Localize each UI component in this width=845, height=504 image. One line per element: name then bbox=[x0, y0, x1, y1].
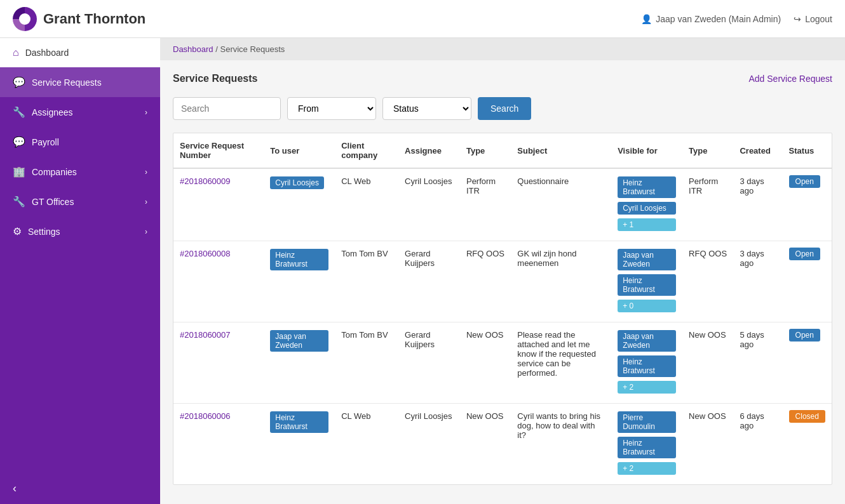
cell-visible-for: Jaap van ZwedenHeinz Bratwurst + 0 bbox=[611, 241, 682, 322]
sidebar-item-companies[interactable]: 🏢 Companies › bbox=[0, 157, 160, 187]
visible-for-tags: Jaap van ZwedenHeinz Bratwurst + 0 bbox=[618, 249, 676, 314]
cell-visible-for: Heinz BratwurstCyril Loosjes + 1 bbox=[611, 168, 682, 241]
status-select[interactable]: Status bbox=[382, 97, 471, 120]
cell-to-user: Heinz Bratwurst bbox=[264, 241, 335, 322]
cell-to-user: Heinz Bratwurst bbox=[264, 404, 335, 485]
sidebar-item-label: Service Requests bbox=[32, 77, 102, 88]
cell-number: #2018060006 bbox=[173, 404, 264, 485]
cell-visible-for: Jaap van ZwedenHeinz Bratwurst + 2 bbox=[611, 322, 682, 404]
table-row: #2018060006 Heinz Bratwurst CL Web Cyril… bbox=[173, 404, 832, 485]
cell-status: Open bbox=[783, 322, 832, 404]
sidebar-item-service-requests[interactable]: 💬 Service Requests bbox=[0, 67, 160, 97]
breadcrumb-separator: / bbox=[215, 44, 218, 54]
visible-for-tag: Jaap van Zweden bbox=[618, 249, 676, 270]
col-to-user: To user bbox=[264, 133, 335, 168]
cell-type: New OOS bbox=[460, 322, 511, 404]
cell-subject: Cyril wants to bring his dog, how to dea… bbox=[511, 404, 611, 485]
cell-number: #2018060009 bbox=[173, 168, 264, 241]
breadcrumb-home[interactable]: Dashboard bbox=[173, 44, 213, 54]
gt-offices-icon: 🔧 bbox=[13, 196, 25, 208]
sidebar-item-assignees[interactable]: 🔧 Assignees › bbox=[0, 97, 160, 127]
settings-icon: ⚙ bbox=[13, 225, 22, 237]
search-button[interactable]: Search bbox=[478, 97, 531, 120]
visible-for-tags: Heinz BratwurstCyril Loosjes + 1 bbox=[618, 176, 676, 233]
cell-created: 6 days ago bbox=[733, 404, 782, 485]
visible-for-tag: Jaap van Zweden bbox=[618, 330, 676, 352]
sidebar-item-label: Settings bbox=[28, 227, 60, 237]
visible-for-tag: Cyril Loosjes bbox=[618, 202, 676, 215]
status-badge: Open bbox=[789, 248, 820, 260]
cell-subject: Please read the attached and let me know… bbox=[511, 322, 611, 404]
cell-subject: GK wil zijn hond meenemen bbox=[511, 241, 611, 322]
cell-assignee: Gerard Kuijpers bbox=[398, 241, 460, 322]
cell-assignee: Cyril Loosjes bbox=[398, 404, 460, 485]
status-badge: Open bbox=[789, 175, 820, 188]
visible-count-tag: + 1 bbox=[618, 218, 676, 231]
chevron-right-icon: › bbox=[145, 108, 147, 117]
col-subject: Subject bbox=[511, 133, 611, 168]
visible-for-tag: Heinz Bratwurst bbox=[618, 437, 676, 458]
content-header: Service Requests Add Service Request bbox=[173, 73, 832, 84]
col-created: Created bbox=[733, 133, 782, 168]
app: Grant Thornton 👤 Jaap van Zweden (Main A… bbox=[0, 0, 845, 504]
col-type2: Type bbox=[682, 133, 733, 168]
logout-button[interactable]: ↪ Logout bbox=[794, 14, 832, 24]
table-row: #2018060007 Jaap van Zweden Tom Tom BV G… bbox=[173, 322, 832, 404]
cell-type: New OOS bbox=[460, 404, 511, 485]
visible-for-tags: Pierre DumoulinHeinz Bratwurst + 2 bbox=[618, 411, 676, 477]
cell-type2: RFQ OOS bbox=[682, 241, 733, 322]
cell-created: 3 days ago bbox=[733, 241, 782, 322]
companies-icon: 🏢 bbox=[13, 166, 25, 178]
header-left: Grant Thornton bbox=[13, 7, 145, 31]
logout-icon: ↪ bbox=[794, 14, 801, 24]
from-select[interactable]: From bbox=[287, 97, 376, 120]
add-service-request-button[interactable]: Add Service Request bbox=[748, 74, 832, 84]
col-visible: Visible for bbox=[611, 133, 682, 168]
cell-created: 3 days ago bbox=[733, 168, 782, 241]
filters: From Status Search bbox=[173, 97, 832, 120]
cell-subject: Questionnaire bbox=[511, 168, 611, 241]
request-number-link[interactable]: #2018060008 bbox=[180, 249, 231, 258]
cell-assignee: Gerard Kuijpers bbox=[398, 322, 460, 404]
visible-for-tag: Heinz Bratwurst bbox=[618, 355, 676, 377]
logo-icon bbox=[13, 7, 37, 31]
request-number-link[interactable]: #2018060007 bbox=[180, 330, 231, 340]
sidebar-item-gt-offices[interactable]: 🔧 GT Offices › bbox=[0, 187, 160, 216]
cell-to-user: Jaap van Zweden bbox=[264, 322, 335, 404]
sidebar-collapse-button[interactable]: ‹ bbox=[0, 473, 160, 504]
sidebar-item-dashboard[interactable]: ⌂ Dashboard bbox=[0, 38, 160, 67]
sidebar: ⌂ Dashboard 💬 Service Requests 🔧 Assigne… bbox=[0, 38, 160, 504]
assignees-icon: 🔧 bbox=[13, 106, 25, 118]
col-status: Status bbox=[783, 133, 832, 168]
cell-type2: New OOS bbox=[682, 404, 733, 485]
cell-to-user: Cyril Loosjes bbox=[264, 168, 335, 241]
cell-status: Open bbox=[783, 168, 832, 241]
cell-number: #2018060007 bbox=[173, 322, 264, 404]
search-input[interactable] bbox=[173, 97, 281, 120]
table-row: #2018060009 Cyril Loosjes CL Web Cyril L… bbox=[173, 168, 832, 241]
breadcrumb: Dashboard / Service Requests bbox=[160, 38, 845, 60]
payroll-icon: 💬 bbox=[13, 136, 25, 148]
logo-text: Grant Thornton bbox=[43, 11, 145, 27]
sidebar-item-payroll[interactable]: 💬 Payroll bbox=[0, 127, 160, 157]
cell-visible-for: Pierre DumoulinHeinz Bratwurst + 2 bbox=[611, 404, 682, 485]
to-user-tag: Heinz Bratwurst bbox=[270, 411, 328, 433]
cell-type: Perform ITR bbox=[460, 168, 511, 241]
sidebar-item-label: Dashboard bbox=[25, 48, 69, 58]
request-number-link[interactable]: #2018060009 bbox=[180, 176, 231, 186]
visible-for-tags: Jaap van ZwedenHeinz Bratwurst + 2 bbox=[618, 330, 676, 395]
page-title: Service Requests bbox=[173, 73, 257, 84]
visible-count-tag: + 0 bbox=[618, 300, 676, 312]
cell-type2: New OOS bbox=[682, 322, 733, 404]
visible-for-tag: Heinz Bratwurst bbox=[618, 176, 676, 198]
cell-client: Tom Tom BV bbox=[335, 322, 398, 404]
sidebar-item-label: Payroll bbox=[32, 137, 59, 147]
to-user-tag: Heinz Bratwurst bbox=[270, 249, 328, 270]
request-number-link[interactable]: #2018060006 bbox=[180, 411, 231, 421]
sidebar-item-settings[interactable]: ⚙ Settings › bbox=[0, 216, 160, 246]
logout-label: Logout bbox=[805, 14, 832, 24]
to-user-tag: Cyril Loosjes bbox=[270, 176, 324, 189]
service-requests-icon: 💬 bbox=[13, 76, 25, 88]
cell-number: #2018060008 bbox=[173, 241, 264, 322]
sidebar-item-label: Companies bbox=[32, 167, 77, 177]
